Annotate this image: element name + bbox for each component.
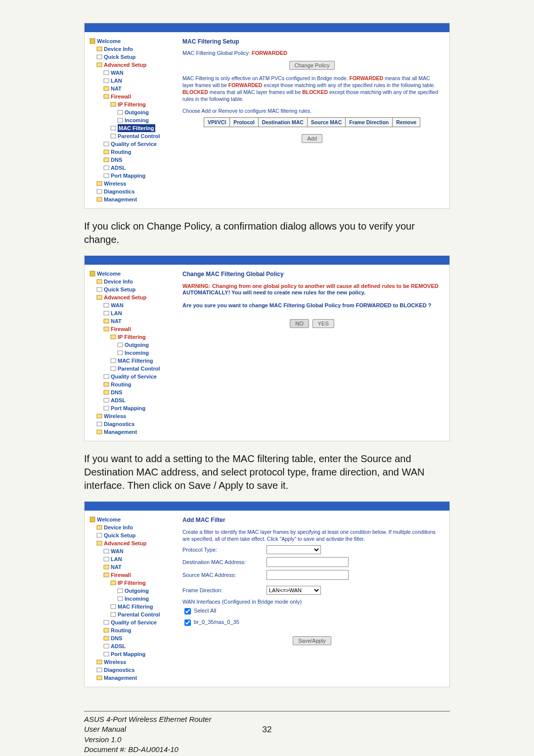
select-all-checkbox[interactable] xyxy=(184,608,191,614)
tree-label: Wireless xyxy=(104,180,126,188)
tree-wan[interactable]: WAN xyxy=(89,69,172,77)
tree-wireless[interactable]: Wireless xyxy=(89,658,172,666)
tree-management[interactable]: Management xyxy=(89,428,172,436)
tree-incoming[interactable]: Incoming xyxy=(89,349,172,357)
frame-direction-select[interactable]: LAN<=>WAN xyxy=(267,586,321,595)
svg-rect-47 xyxy=(104,557,109,561)
tree-ip-filtering[interactable]: IP Filtering xyxy=(89,100,172,108)
tree-parental[interactable]: Parental Control xyxy=(89,132,172,140)
t: MAC Filtering is only effective on ATM P… xyxy=(182,75,350,81)
tree-management[interactable]: Management xyxy=(89,674,172,682)
tree-wan[interactable]: WAN xyxy=(89,547,172,555)
tree-routing[interactable]: Routing xyxy=(89,380,172,388)
svg-rect-61 xyxy=(97,668,102,672)
tree-dns[interactable]: DNS xyxy=(89,634,172,642)
tree-adsl[interactable]: ADSL xyxy=(89,642,172,650)
tree-incoming[interactable]: Incoming xyxy=(89,595,172,603)
tree-lan[interactable]: LAN xyxy=(89,309,172,317)
tree-mac-filtering[interactable]: MAC Filtering xyxy=(89,603,172,611)
svg-rect-11 xyxy=(111,126,116,130)
tree-port-mapping[interactable]: Port Mapping xyxy=(89,650,172,658)
tree-parental[interactable]: Parental Control xyxy=(89,365,172,373)
tree-firewall[interactable]: Firewall xyxy=(89,325,172,333)
no-button[interactable]: NO xyxy=(290,319,309,328)
tree-management[interactable]: Management xyxy=(89,195,172,203)
tree-welcome[interactable]: Welcome xyxy=(89,37,172,45)
confirm-question: Are you sure you want to change MAC Filt… xyxy=(182,302,442,308)
tree-device-info[interactable]: Device Info xyxy=(89,278,172,285)
tree-wireless[interactable]: Wireless xyxy=(89,180,172,188)
tree-quick-setup[interactable]: Quick Setup xyxy=(89,53,172,61)
policy-value: FORWARDED xyxy=(252,50,287,56)
tree-advanced-setup[interactable]: Advanced Setup xyxy=(89,61,172,69)
tree-outgoing[interactable]: Outgoing xyxy=(89,341,172,349)
tree-outgoing[interactable]: Outgoing xyxy=(89,587,172,595)
tree-firewall[interactable]: Firewall xyxy=(89,93,172,100)
tree-adsl[interactable]: ADSL xyxy=(89,396,172,404)
interface-checkbox[interactable] xyxy=(184,619,191,626)
tree-parental[interactable]: Parental Control xyxy=(89,611,172,618)
footer-line1: ASUS 4-Port Wireless Ethernet Router xyxy=(84,714,450,724)
tree-label: Wireless xyxy=(104,658,126,666)
change-policy-button[interactable]: Change Policy xyxy=(289,61,335,70)
t: FORWARDED xyxy=(350,75,384,81)
src-mac-input[interactable] xyxy=(267,570,349,580)
tree-dns[interactable]: DNS xyxy=(89,388,172,396)
dest-mac-input[interactable] xyxy=(267,557,349,567)
tree-qos[interactable]: Quality of Service xyxy=(89,373,172,380)
tree-label: Advanced Setup xyxy=(104,293,146,301)
tree-routing[interactable]: Routing xyxy=(89,148,172,156)
tree-welcome[interactable]: Welcome xyxy=(89,516,172,523)
footer-line3: Version 1.0 xyxy=(84,735,450,745)
tree-dns[interactable]: DNS xyxy=(89,156,172,164)
svg-rect-49 xyxy=(104,573,109,577)
tree-wan[interactable]: WAN xyxy=(89,301,172,309)
tree-port-mapping[interactable]: Port Mapping xyxy=(89,172,172,180)
tree-welcome[interactable]: Welcome xyxy=(89,270,172,278)
tree-firewall[interactable]: Firewall xyxy=(89,571,172,579)
tree-routing[interactable]: Routing xyxy=(89,626,172,634)
tree-quick-setup[interactable]: Quick Setup xyxy=(89,285,172,293)
tree-mac-filtering[interactable]: MAC Filtering xyxy=(89,357,172,365)
svg-rect-51 xyxy=(118,589,123,593)
tree-advanced-setup[interactable]: Advanced Setup xyxy=(89,293,172,301)
tree-outgoing[interactable]: Outgoing xyxy=(89,108,172,116)
tree-label: Quality of Service xyxy=(111,373,157,380)
tree-diagnostics[interactable]: Diagnostics xyxy=(89,420,172,428)
svg-rect-35 xyxy=(104,382,109,386)
tree-diagnostics[interactable]: Diagnostics xyxy=(89,666,172,674)
tree-label: IP Filtering xyxy=(118,579,146,587)
tree-qos[interactable]: Quality of Service xyxy=(89,140,172,148)
tree-mac-filtering[interactable]: MAC Filtering xyxy=(89,124,172,132)
tree-incoming[interactable]: Incoming xyxy=(89,116,172,124)
tree-label: MAC Filtering xyxy=(118,357,153,365)
tree-label: Device Info xyxy=(104,45,133,53)
tree-diagnostics[interactable]: Diagnostics xyxy=(89,188,172,195)
screenshot-add-mac-filter: Welcome Device Info Quick Setup Advanced… xyxy=(84,501,450,687)
yes-button[interactable]: YES xyxy=(312,319,334,328)
rules-table: VPI/VCI Protocol Destination MAC Source … xyxy=(204,117,420,127)
save-apply-button[interactable]: Save/Apply xyxy=(293,636,331,645)
protocol-type-select[interactable] xyxy=(267,545,321,554)
tree-qos[interactable]: Quality of Service xyxy=(89,618,172,626)
tree-label: Management xyxy=(104,195,137,203)
tree-ip-filtering[interactable]: IP Filtering xyxy=(89,579,172,587)
tree-device-info[interactable]: Device Info xyxy=(89,45,172,53)
doc-paragraph: If you click on Change Policy, a confirm… xyxy=(84,220,450,246)
tree-device-info[interactable]: Device Info xyxy=(89,523,172,531)
tree-quick-setup[interactable]: Quick Setup xyxy=(89,531,172,539)
svg-rect-45 xyxy=(97,541,102,545)
tree-label: Quality of Service xyxy=(111,618,157,626)
tree-lan[interactable]: LAN xyxy=(89,555,172,563)
tree-wireless[interactable]: Wireless xyxy=(89,412,172,420)
add-button[interactable]: Add xyxy=(302,134,322,143)
tree-nat[interactable]: NAT xyxy=(89,85,172,93)
tree-port-mapping[interactable]: Port Mapping xyxy=(89,404,172,412)
tree-nat[interactable]: NAT xyxy=(89,563,172,571)
tree-nat[interactable]: NAT xyxy=(89,317,172,325)
tree-ip-filtering[interactable]: IP Filtering xyxy=(89,333,172,341)
tree-advanced-setup[interactable]: Advanced Setup xyxy=(89,539,172,547)
tree-lan[interactable]: LAN xyxy=(89,77,172,85)
tree-adsl[interactable]: ADSL xyxy=(89,164,172,172)
nav-tree: Welcome Device Info Quick Setup Advanced… xyxy=(85,265,175,441)
